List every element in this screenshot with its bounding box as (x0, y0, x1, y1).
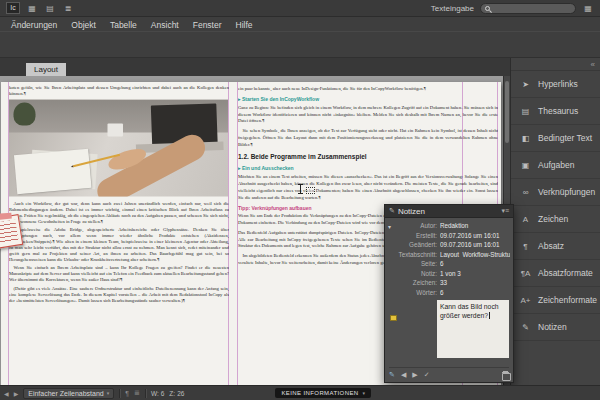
note-icon: ✎ (389, 207, 395, 215)
notes-panel-body: ▾ Autor: Redaktion Erstellt: 09.07.2016 … (385, 218, 513, 382)
character-icon: A (518, 215, 533, 224)
field-woerter: Wörter: 6 (396, 288, 510, 298)
text-insert-cursor (297, 184, 317, 195)
paragraph-marks-icon[interactable]: ¶ (125, 390, 129, 397)
paragraph[interactable]: Ganz zu Beginn: Sie befinden sich gleich… (238, 104, 498, 125)
panel-button-hyperlinks[interactable]: ➤ Hyperlinks (511, 71, 600, 98)
new-note-button[interactable]: ✎ (389, 371, 395, 379)
line-count: Z: 26 (169, 390, 184, 397)
chevron-down-icon: ▾ (107, 390, 110, 396)
previous-note-button[interactable]: ◀ (401, 371, 406, 379)
menu-fenster[interactable]: Fenster (186, 20, 229, 30)
grid-tool-icon[interactable]: ▦ (26, 4, 38, 13)
field-seite: Seite: 6 (396, 259, 510, 269)
info-badge[interactable]: KEINE INFORMATIONEN ▾ (275, 388, 371, 398)
search-box[interactable] (480, 3, 576, 14)
workspace-icon[interactable]: ▦ (582, 4, 594, 13)
scrollbar-thumb[interactable] (505, 81, 509, 143)
field-label: Notiz: (396, 270, 440, 277)
placed-photo[interactable] (9, 99, 228, 196)
collapse-dock-icon[interactable]: « (591, 60, 595, 69)
panel-button-absatz[interactable]: ¶ Absatz (511, 233, 600, 260)
sticky-note-tape (0, 213, 12, 220)
field-value: 09.07.2016 um 16:01 (440, 241, 510, 248)
search-icon (485, 6, 490, 11)
paragraph[interactable]: Wenn Sie einfach an Ihrem Arbeitsplatz s… (9, 265, 229, 283)
panel-button-zeichen[interactable]: A Zeichen (511, 206, 600, 233)
paragraph[interactable]: ein paar bekannte, aber auch neue InDesi… (238, 85, 498, 92)
panel-button-bedingter-text[interactable]: ◧ Bedingter Text (511, 125, 600, 152)
next-note-button[interactable]: ▶ (412, 371, 417, 379)
panel-button-absatzformate[interactable]: ¶A Absatzformate (511, 260, 600, 287)
menu-aenderungen[interactable]: Änderungen (4, 20, 64, 30)
grid-view-icon[interactable]: ≣ (134, 389, 140, 397)
search-input[interactable] (493, 5, 571, 12)
heading-teal[interactable]: Starten Sie den InCopyWorkflow (238, 95, 498, 103)
field-label: Seite: (396, 260, 440, 267)
heading-teal[interactable]: Ein und Ausschecken (238, 165, 498, 173)
panel-label: Zeichenformate (538, 295, 597, 305)
notes-panel: ✎ Notizen ▾≡ ▾ Autor: Redaktion Erstellt… (384, 204, 514, 383)
note-text-area[interactable]: Kann das Bild noch größer werden? (437, 300, 509, 358)
menu-ansicht[interactable]: Ansicht (144, 20, 186, 30)
panel-label: Hyperlinks (538, 79, 578, 89)
panel-button-aufgaben[interactable]: ▣ Aufgaben (511, 152, 600, 179)
panel-label: Aufgaben (538, 160, 574, 170)
field-value: 1 von 3 (440, 270, 510, 277)
panel-label: Zeichen (538, 214, 568, 224)
panel-button-verknuepfungen[interactable]: ∞ Verknüpfungen (511, 179, 600, 206)
notes-panel-header[interactable]: ✎ Notizen ▾≡ (385, 205, 513, 218)
menu-hilfe[interactable]: Hilfe (229, 20, 260, 30)
photo-plant (13, 102, 35, 125)
panel-button-thesaurus[interactable]: ▤ Thesaurus (511, 98, 600, 125)
delete-note-button[interactable] (502, 370, 509, 380)
panel-button-notizen[interactable]: ✎ Notizen (511, 314, 600, 341)
control-bar (0, 31, 600, 58)
pages-tool-icon[interactable]: ▤ (44, 4, 56, 13)
separator (119, 389, 120, 398)
field-value: 33 (440, 279, 510, 286)
note-metadata: Autor: Redaktion Erstellt: 09.07.2016 um… (396, 221, 510, 297)
paragraph-icon: ¶ (518, 242, 533, 251)
links-icon: ∞ (518, 188, 533, 197)
previous-page-icon[interactable]: ◀ (4, 390, 9, 397)
statusbar: ◀ ▶ Einfacher Zeilenabstand ▾ ¶ ≣ W: 6 Z… (0, 385, 600, 400)
paragraph[interactable]: Auch ein Workflow, der gut war, denn kan… (9, 200, 229, 224)
panel-button-zeichenformate[interactable]: A+ Zeichenformate (511, 287, 600, 314)
menu-tabelle[interactable]: Tabelle (103, 20, 144, 30)
stat-label: W: (151, 390, 159, 397)
panel-menu-icon[interactable]: ▾≡ (501, 207, 509, 215)
field-label: Geändert: (396, 241, 440, 248)
section-heading[interactable]: 1.2. Beide Programme im Zusammenspiel (238, 152, 498, 162)
field-label: Wörter: (396, 289, 440, 296)
next-page-icon[interactable]: ▶ (14, 390, 19, 397)
paragraph[interactable]: koten gefäln, wie Sie Ihren Arbeitsplatz… (9, 85, 229, 97)
paragraph[interactable]: Möchten Sie an einem Text arbeiten, müss… (238, 174, 498, 202)
leading-dropdown[interactable]: Einfacher Zeilenabstand ▾ (23, 388, 114, 399)
convert-note-button[interactable]: ✓ (424, 371, 430, 379)
stat-value: 26 (177, 390, 184, 397)
disclosure-triangle-icon[interactable]: ▾ (388, 223, 391, 230)
field-textabschnitt: Textabschnitt: Layout_Workflow-Struktur (396, 250, 510, 260)
word-count: W: 6 (151, 390, 164, 397)
text-column-left[interactable]: koten gefäln, wie Sie Ihren Arbeitsplatz… (9, 85, 229, 383)
stat-label: Z: (169, 390, 175, 397)
tab-layout[interactable]: Layout (26, 63, 66, 76)
field-label: Zeichen: (396, 279, 440, 286)
assignments-icon: ▣ (518, 161, 533, 170)
field-value: 09.07.2016 um 16:01 (440, 232, 510, 239)
panel-label: Absatzformate (538, 268, 593, 278)
paragraph[interactable]: Sie sehen Symbole, die Ihnen anzeigen, o… (238, 127, 498, 148)
paragraph[interactable]: Beispielsweise die Adobe Bridge, abgespe… (9, 227, 229, 263)
menubar: Änderungen Objekt Tabelle Ansicht Fenste… (0, 18, 600, 31)
menu-objekt[interactable]: Objekt (64, 20, 103, 30)
active-tool-label: Texteingabe (431, 4, 474, 13)
field-erstellt: Erstellt: 09.07.2016 um 16:01 (396, 231, 510, 241)
field-label: Textabschnitt: (396, 251, 440, 258)
field-autor: Autor: Redaktion (396, 221, 510, 231)
paragraph[interactable]: (Dafür gibt es viele Ansätze. Eine saube… (9, 286, 229, 304)
chevron-down-icon: ▾ (363, 390, 366, 396)
panel-label: Absatz (538, 241, 564, 251)
notes-icon: ✎ (518, 323, 533, 332)
lines-tool-icon[interactable]: ≣ (62, 4, 74, 13)
